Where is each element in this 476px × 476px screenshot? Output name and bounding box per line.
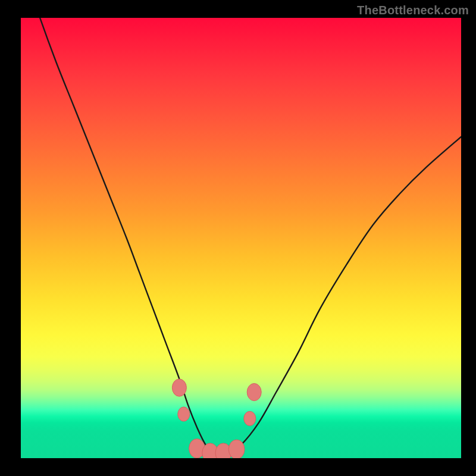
marker-group — [172, 379, 261, 458]
plot-area — [21, 18, 461, 458]
marker-right-anchor — [247, 383, 261, 400]
marker-bottom-4 — [228, 440, 245, 458]
marker-left-anchor — [172, 379, 186, 396]
marker-left-drop — [178, 407, 190, 421]
marker-right-rise — [244, 411, 256, 425]
watermark-text: TheBottleneck.com — [357, 4, 469, 17]
bottleneck-curve — [21, 18, 461, 455]
chart-frame: TheBottleneck.com — [0, 0, 476, 476]
curve-layer — [21, 18, 461, 458]
